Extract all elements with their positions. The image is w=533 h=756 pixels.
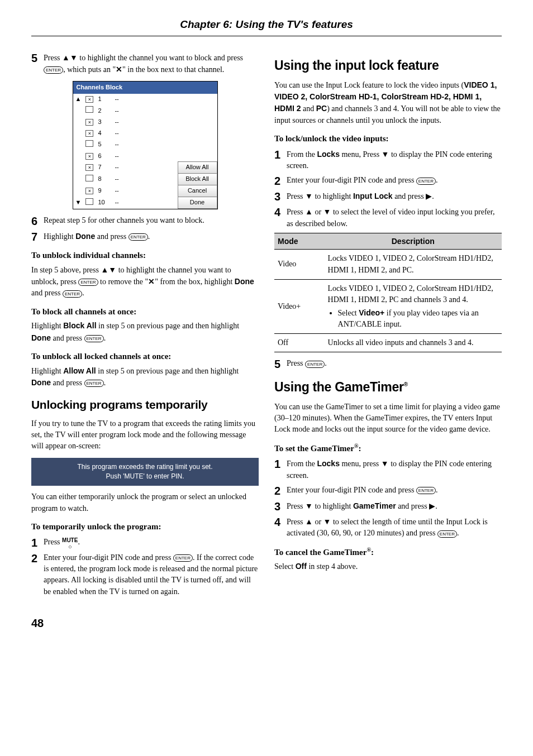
checkbox-icon: [85, 130, 93, 137]
channel-value: --: [112, 128, 178, 139]
text: To set the GameTimer: [274, 444, 354, 453]
heading-unlocking: Unlocking programs temporarily: [31, 396, 259, 413]
step-7: 7 Highlight Done and press ENTER.: [31, 231, 259, 243]
channels-block-table: ▲1--2--3--4--5--6--7--Allow All8--Block …: [73, 94, 217, 209]
text: menu, Press: [340, 150, 382, 159]
channel-value: --: [112, 94, 178, 105]
registered-icon: ®: [404, 382, 408, 388]
enter-icon: ENTER: [84, 335, 104, 342]
step-num: 2: [274, 485, 287, 497]
text: In step 5 above, press: [31, 266, 101, 274]
down-icon: ▼: [305, 501, 313, 510]
text: .: [436, 176, 438, 184]
channel-number: 2: [96, 105, 112, 117]
heading-text: Using the GameTimer: [274, 380, 404, 394]
checkbox-cell: [83, 162, 96, 174]
step-body: Press ENTER.: [287, 358, 502, 370]
step-num: 4: [274, 206, 287, 229]
up-icon: ▲: [305, 207, 313, 216]
table-row: 8--Block All: [73, 174, 217, 185]
enter-icon: ENTER: [416, 178, 436, 185]
rating-limit-message: This program exceeds the rating limit yo…: [31, 458, 259, 486]
checkbox-icon: [85, 140, 93, 147]
text: Press: [287, 208, 305, 216]
checkbox-cell: [83, 94, 96, 105]
text: From the: [287, 460, 317, 468]
scroll-arrow-cell: [73, 185, 84, 197]
gametimer-label: GameTimer: [353, 501, 396, 510]
text: Locks VIDEO 1, VIDEO 2, ColorStream HD1/…: [328, 284, 493, 304]
step-body: Press ▲ or ▼ to select the level of vide…: [287, 206, 502, 229]
step-body: Press MUTE○.: [44, 537, 259, 549]
channel-value: --: [112, 174, 178, 185]
enter-icon: ENTER: [173, 554, 193, 562]
checkbox-cell: [83, 128, 96, 139]
button-cell: [178, 128, 217, 139]
text: .: [325, 359, 327, 367]
down-icon: ▼: [381, 459, 389, 468]
il-step-1: 1 From the Locks menu, Press ▼ to displa…: [274, 149, 502, 172]
gt-step-3: 3 Press ▼ to highlight GameTimer and pre…: [274, 500, 502, 513]
button-cell: [178, 151, 217, 162]
text: Highlight: [31, 367, 63, 375]
button-cell: Done: [178, 197, 217, 209]
gt-step-1: 1 From the Locks menu, press ▼ to displa…: [274, 458, 502, 481]
checkbox-cell: [83, 197, 96, 209]
checkbox-cell: [83, 139, 96, 151]
text: Select: [274, 562, 296, 571]
channel-value: --: [112, 117, 178, 128]
button-cell: [178, 105, 217, 117]
button-cell: Block All: [178, 174, 217, 185]
paragraph: You can use the Input Lock feature to lo…: [274, 79, 502, 126]
il-step-5: 5 Press ENTER.: [274, 358, 502, 370]
mute-icon: MUTE○: [62, 537, 78, 548]
step-num: 3: [274, 190, 287, 203]
chapter-title: Chapter 6: Using the TV's features: [31, 17, 502, 32]
step-num: 5: [274, 358, 287, 370]
scroll-arrow-cell: [73, 105, 84, 117]
text: Press: [287, 502, 305, 510]
channel-number: 9: [96, 185, 112, 197]
enter-icon: ENTER: [437, 530, 457, 538]
scroll-arrow-cell: [73, 139, 84, 151]
step-num: 4: [274, 516, 287, 539]
table-row: 3--: [73, 117, 217, 128]
text: Press: [287, 192, 305, 200]
done-label: Done: [75, 232, 95, 241]
text: and press: [51, 334, 84, 342]
table-row: 4--: [73, 128, 217, 139]
up-down-icon: ▲▼: [62, 53, 78, 62]
enter-icon: ENTER: [63, 290, 82, 298]
text: and press: [396, 502, 430, 510]
step-body: From the Locks menu, Press ▼ to display …: [287, 149, 502, 172]
step-num: 5: [31, 52, 44, 76]
text: .: [104, 379, 106, 387]
heading-gametimer: Using the GameTimer®: [274, 378, 502, 396]
step-body: Press ▼ to highlight Input Lock and pres…: [287, 190, 502, 203]
checkbox-icon: [85, 96, 93, 103]
table-row: 9--Cancel: [73, 185, 217, 197]
scroll-arrow-cell: [73, 174, 84, 185]
text: and press: [393, 192, 426, 200]
step-num: 1: [31, 537, 44, 549]
text: or: [313, 208, 323, 216]
step-body: Enter your four-digit PIN code and press…: [287, 175, 502, 187]
up-down-icon: ▲▼: [101, 265, 116, 274]
text: and press: [51, 379, 84, 387]
enter-icon: ENTER: [78, 279, 98, 286]
text: menu, press: [340, 460, 381, 468]
text: Press: [44, 54, 62, 62]
step-num: 3: [274, 500, 287, 513]
channel-value: --: [112, 151, 178, 162]
checkbox-icon: [85, 153, 93, 160]
checkbox-icon: [85, 119, 93, 126]
channel-value: --: [112, 197, 178, 209]
text: to highlight the channel you want to blo…: [78, 54, 243, 62]
text: .: [82, 289, 84, 297]
text: Press: [287, 359, 305, 367]
enter-icon: ENTER: [84, 380, 104, 387]
text: to highlight: [313, 502, 353, 510]
text: or: [313, 518, 323, 526]
enter-icon: ENTER: [44, 66, 63, 74]
channel-number: 10: [96, 197, 112, 209]
